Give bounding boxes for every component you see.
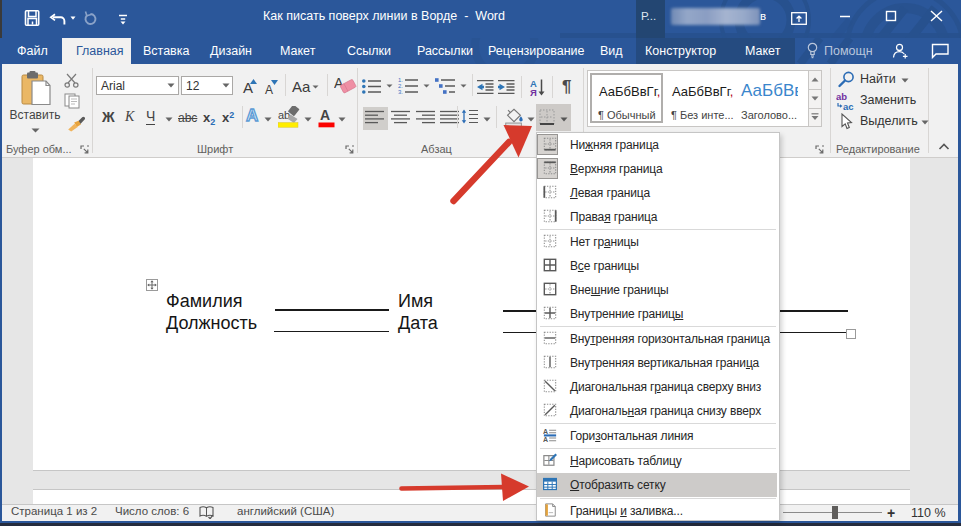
svg-text:Я: Я xyxy=(530,87,537,97)
svg-text:А: А xyxy=(320,107,330,123)
svg-text:ac: ac xyxy=(843,101,854,111)
svg-text:3.: 3. xyxy=(398,89,403,95)
svg-text:A: A xyxy=(543,428,548,435)
svg-text:A: A xyxy=(543,436,548,442)
